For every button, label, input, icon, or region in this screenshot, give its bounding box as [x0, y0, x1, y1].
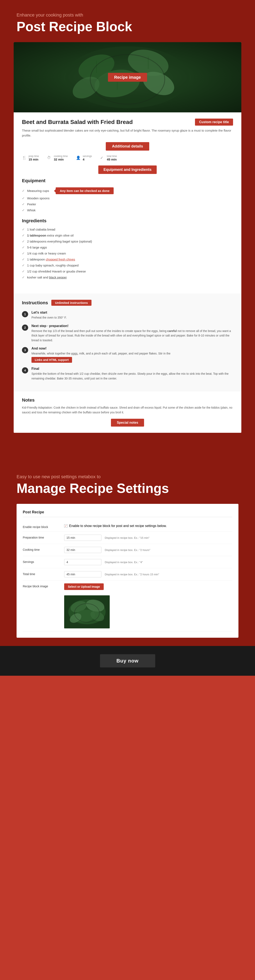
ingredient-6: ✓ 1 cup baby spinach, roughly chopped — [22, 262, 233, 268]
buy-section: Buy now — [0, 646, 255, 676]
notes-title: Notes — [22, 398, 233, 403]
any-item-badge: Any item can be checked as done — [56, 188, 114, 194]
ingredients-title: Ingredients — [22, 218, 233, 224]
meta-cooking: ⏱ cooking time 32 min — [47, 155, 68, 161]
prep-input[interactable] — [64, 535, 101, 541]
links-html-badge: Links and HTML support — [32, 357, 72, 363]
check-icon-0: ✓ — [22, 189, 25, 193]
servings-control: Displayed in recipe box. Ex.: "4" — [64, 559, 232, 565]
step-number-2: 2 — [22, 325, 28, 331]
ingredient-7: ✓ 1/2 cup shredded Havarti or gouda chee… — [22, 268, 233, 274]
meta-row: 🍴 prep time 15 min ⏱ cooking time 32 min… — [22, 155, 233, 161]
manage-subtitle: Easy to use new post settings metabox to — [16, 474, 239, 479]
recipe-section: Recipe image Beet and Burrata Salad with… — [0, 42, 255, 445]
step-content-4: Final Sprinkle the bottom of the bread w… — [32, 367, 233, 381]
step-3: 3 And now! Meanwhile, whisk together the… — [22, 347, 233, 363]
recipe-image-label: Recipe image — [108, 73, 147, 82]
ing-text-5: 1 tablespoon chopped fresh chives — [27, 258, 75, 261]
ingredient-4: ✓ 1/4 cup milk or heavy cream — [22, 250, 233, 256]
equipment-item-3: ✓ Whisk — [22, 207, 233, 213]
ing-check-7: ✓ — [22, 269, 25, 273]
hero-section: Enhance your cooking posts with Post Rec… — [0, 0, 255, 42]
step-title-4: Final — [32, 367, 233, 371]
eq-badge-wrapper: Equipment and Ingredients — [22, 165, 233, 174]
settings-row-enable: Enable recipe block ✓ Enable to show rec… — [23, 521, 232, 532]
prep-settings-label: Preparation time — [23, 535, 64, 539]
cooking-value: 32 min — [54, 158, 64, 161]
cooking-settings-label: Cooking time — [23, 547, 64, 551]
chives-link[interactable]: chopped fresh chives — [46, 258, 75, 261]
unlimited-badge: Unlimited instructions — [51, 300, 91, 306]
additional-details-badge: Additional details — [106, 142, 149, 151]
ing-text-4: 1/4 cup milk or heavy cream — [27, 251, 66, 255]
servings-input[interactable] — [64, 559, 101, 565]
cooking-control: Displayed in recipe box. Ex.: "2 hours" — [64, 547, 232, 553]
recipe-header: Beet and Burrata Salad with Fried Bread … — [22, 119, 233, 126]
hero-subtitle: Enhance your cooking posts with — [16, 13, 239, 18]
meta-total: ✓ total time 45 min — [100, 155, 117, 161]
total-clock-icon: ✓ — [100, 156, 105, 161]
meta-total-content: total time 45 min — [107, 155, 117, 161]
settings-row-prep: Preparation time Displayed in recipe box… — [23, 532, 232, 544]
recipe-card: Recipe image Beet and Burrata Salad with… — [14, 42, 241, 433]
equipment-title: Equipment — [22, 178, 233, 183]
recipe-description: These small but sophisticated blender ca… — [22, 128, 233, 138]
meta-cooking-content: cooking time 32 min — [54, 155, 68, 161]
settings-row-cooking: Cooking time Displayed in recipe box. Ex… — [23, 544, 232, 556]
step-text-2: Remove the top 1/3 of the bread and then… — [32, 329, 233, 342]
checkbox-enable[interactable]: ✓ — [64, 524, 67, 528]
step-title-1: Let's start — [32, 311, 67, 314]
meta-servings: 👤 servings 4 — [76, 155, 92, 161]
step-number-1: 1 — [22, 311, 28, 317]
servings-hint: Displayed in recipe box. Ex.: "4" — [105, 561, 143, 564]
notes-text: Kid-Friendly Adaptation: Cook the chicke… — [22, 405, 233, 415]
meta-servings-content: servings 4 — [83, 155, 92, 161]
ing-text-7: 1/2 cup shredded Havarti or gouda cheese — [27, 270, 86, 273]
ingredient-5: ✓ 1 tablespoon chopped fresh chives — [22, 256, 233, 262]
step-1: 1 Let's start Preheat the oven to 350° F… — [22, 311, 233, 320]
total-control: Displayed in recipe box. Ex.: "2 hours 1… — [64, 571, 232, 578]
equipment-item-text-2: Peeler — [27, 202, 36, 206]
servings-value: 4 — [83, 158, 84, 161]
ing-check-3: ✓ — [22, 245, 25, 249]
recipe-image-wrapper: Recipe image — [14, 42, 241, 112]
cooking-hint: Displayed in recipe box. Ex.: "2 hours" — [105, 549, 150, 552]
step-content-2: Next step · preparation! Remove the top … — [32, 324, 233, 342]
divider — [0, 445, 255, 458]
notes-section: Notes Kid-Friendly Adaptation: Cook the … — [14, 391, 241, 433]
enable-label: Enable recipe block — [23, 524, 64, 529]
total-input[interactable] — [64, 571, 101, 578]
equipment-item-text-1: Wooden spoons — [27, 196, 50, 200]
equipment-item-0: ✓ Measuring cups Any item can be checked… — [22, 186, 233, 195]
cooking-input[interactable] — [64, 547, 101, 553]
enable-control: ✓ Enable to show recipe block for post a… — [64, 524, 232, 528]
checkbox-row[interactable]: ✓ Enable to show recipe block for post a… — [64, 524, 167, 528]
total-label: total time — [107, 155, 117, 158]
custom-title-badge: Custom recipe title — [195, 119, 233, 126]
manage-title: Manage Recipe Settings — [16, 481, 239, 496]
equipment-list: ✓ Measuring cups Any item can be checked… — [22, 186, 233, 213]
step-content-3: And now! Meanwhile, whisk together the e… — [32, 347, 170, 363]
check-icon-2: ✓ — [22, 202, 25, 206]
step-number-4: 4 — [22, 367, 28, 374]
manage-section: Easy to use new post settings metabox to… — [0, 458, 255, 646]
equipment-item-text-0: Measuring cups — [27, 189, 49, 192]
check-icon-1: ✓ — [22, 196, 25, 200]
equipment-item-text-3: Whisk — [27, 208, 35, 212]
prep-control: Displayed in recipe box. Ex.: "15 min" — [64, 535, 232, 541]
enable-checkbox-text: Enable to show recipe block for post and… — [69, 524, 167, 528]
ing-check-4: ✓ — [22, 251, 25, 255]
ingredient-0: ✓ 1 loaf ciabatta bread — [22, 226, 233, 232]
ingredient-8: ✓ kosher salt and black pepper — [22, 274, 233, 280]
settings-card: Post Recipe Enable recipe block ✓ Enable… — [16, 504, 239, 638]
instructions-title: Instructions — [22, 300, 48, 305]
upload-image-button[interactable]: Select or Upload Image — [64, 583, 104, 590]
buy-now-button[interactable]: Buy now — [100, 654, 155, 667]
settings-row-image: Recipe block image Select or Upload Imag… — [23, 581, 232, 632]
eq-badge: Equipment and Ingredients — [98, 165, 157, 174]
servings-label: servings — [83, 155, 92, 158]
prep-label: prep time — [29, 155, 39, 158]
servings-settings-label: Servings — [23, 559, 64, 563]
step-title-3: And now! — [32, 347, 170, 350]
meta-prep-content: prep time 15 min — [29, 155, 39, 161]
